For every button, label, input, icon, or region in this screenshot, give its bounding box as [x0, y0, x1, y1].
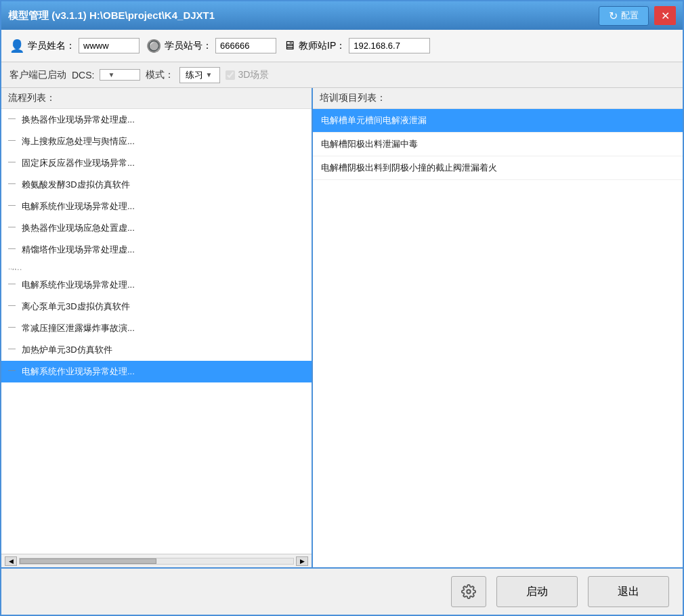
dcs-dropdown[interactable]: ▼ [100, 69, 140, 81]
dcs-label: DCS: [72, 70, 94, 81]
list-item[interactable]: 加热炉单元3D仿真软件 [1, 339, 312, 361]
list-item[interactable]: 固定床反应器作业现场异常... [1, 152, 312, 174]
refresh-icon: ↻ [609, 9, 618, 22]
window-title: 模型管理 (v3.1.1) H:\OBE\project\K4_DJXT1 [8, 9, 599, 22]
exit-label: 退出 [618, 585, 639, 599]
student-name-input[interactable] [79, 38, 140, 53]
list-item[interactable]: 换热器作业现场应急处置虚... [1, 217, 312, 239]
client-status: 客户端已启动 [9, 69, 66, 81]
student-icon: 👤 [9, 39, 24, 53]
training-list: 电解槽单元槽间电解液泄漏 电解槽阳极出料泄漏中毒 电解槽阴极出料到阴极小撞的截止… [313, 109, 683, 567]
list-item-selected[interactable]: 电解系统作业现场异常处理... [1, 361, 312, 382]
svg-point-0 [467, 590, 471, 594]
title-bar: 模型管理 (v3.1.1) H:\OBE\project\K4_DJXT1 ↻ … [1, 1, 683, 30]
list-item-separator: …. [1, 261, 312, 274]
settings-button[interactable] [451, 576, 486, 607]
right-panel: 培训项目列表： 电解槽单元槽间电解液泄漏 电解槽阳极出料泄漏中毒 电解槽阴极出料… [313, 88, 683, 567]
content-area: 流程列表： 换热器作业现场异常处理虚... 海上搜救应急处理与舆情应... 固定… [1, 88, 683, 567]
mode-dropdown-arrow: ▼ [205, 71, 212, 79]
right-panel-header: 培训项目列表： [313, 88, 683, 109]
scroll-track[interactable] [19, 558, 294, 565]
training-list-item[interactable]: 电解槽阳极出料泄漏中毒 [313, 133, 683, 156]
status-bar: 客户端已启动 DCS: ▼ 模式： 练习 ▼ 3D场景 [1, 62, 683, 88]
footer: 启动 退出 [1, 567, 683, 615]
id-icon: 🔘 [146, 39, 161, 53]
scroll-thumb[interactable] [20, 558, 156, 564]
scene-3d-label: 3D场景 [238, 69, 269, 81]
list-item[interactable]: 海上搜救应急处理与舆情应... [1, 131, 312, 152]
scroll-right-arrow[interactable]: ▶ [296, 556, 308, 566]
main-window: 模型管理 (v3.1.1) H:\OBE\project\K4_DJXT1 ↻ … [0, 0, 684, 616]
scene-3d-checkbox[interactable] [226, 70, 235, 80]
scene-3d-checkbox-group: 3D场景 [226, 69, 269, 81]
list-item[interactable]: 电解系统作业现场异常处理... [1, 274, 312, 296]
mode-label: 模式： [146, 69, 174, 81]
start-label: 启动 [526, 585, 548, 599]
left-panel-header: 流程列表： [1, 88, 312, 109]
config-button[interactable]: ↻ 配置 [599, 6, 649, 26]
horizontal-scrollbar[interactable]: ◀ ▶ [1, 554, 312, 567]
dcs-dropdown-arrow: ▼ [108, 71, 114, 79]
close-button[interactable]: ✕ [654, 6, 676, 25]
student-id-label: 学员站号： [165, 40, 212, 52]
training-list-item-selected[interactable]: 电解槽单元槽间电解液泄漏 [313, 109, 683, 133]
monitor-icon: 🖥 [283, 39, 295, 53]
gear-icon [461, 584, 476, 599]
student-id-input[interactable] [215, 38, 276, 53]
scroll-left-arrow[interactable]: ◀ [5, 556, 17, 566]
flow-list: 换热器作业现场异常处理虚... 海上搜救应急处理与舆情应... 固定床反应器作业… [1, 109, 312, 554]
start-button[interactable]: 启动 [496, 576, 578, 607]
toolbar: 👤 学员姓名： 🔘 学员站号： 🖥 教师站IP： [1, 30, 683, 62]
teacher-ip-label: 教师站IP： [299, 40, 345, 52]
teacher-ip-field: 🖥 教师站IP： [283, 38, 430, 53]
student-id-field: 🔘 学员站号： [146, 38, 276, 53]
student-name-label: 学员姓名： [28, 40, 75, 52]
list-item[interactable]: 赖氨酸发酵3D虚拟仿真软件 [1, 174, 312, 196]
left-panel: 流程列表： 换热器作业现场异常处理虚... 海上搜救应急处理与舆情应... 固定… [1, 88, 313, 567]
training-list-item[interactable]: 电解槽阴极出料到阴极小撞的截止阀泄漏着火 [313, 156, 683, 180]
list-item[interactable]: 电解系统作业现场异常处理... [1, 196, 312, 217]
list-item[interactable]: 换热器作业现场异常处理虚... [1, 109, 312, 131]
list-item[interactable]: 常减压撞区泄露爆炸事故演... [1, 317, 312, 339]
teacher-ip-input[interactable] [349, 38, 430, 53]
student-name-field: 👤 学员姓名： [9, 38, 140, 53]
list-item[interactable]: 离心泵单元3D虚拟仿真软件 [1, 296, 312, 317]
mode-value: 练习 [186, 69, 203, 81]
exit-button[interactable]: 退出 [588, 576, 669, 607]
list-item[interactable]: 精馏塔作业现场异常处理虚... [1, 239, 312, 261]
mode-dropdown[interactable]: 练习 ▼ [179, 67, 220, 83]
